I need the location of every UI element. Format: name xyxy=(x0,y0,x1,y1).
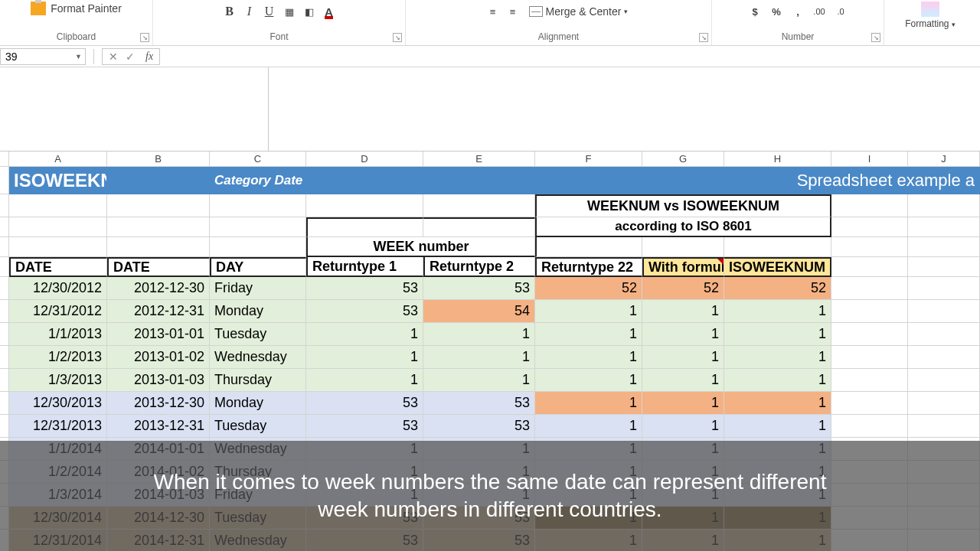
cell[interactable]: 2013-01-03 xyxy=(107,369,210,392)
cell[interactable]: 1 xyxy=(642,415,724,438)
cell[interactable] xyxy=(831,257,908,277)
cell[interactable] xyxy=(908,277,980,300)
cell[interactable]: 1 xyxy=(306,323,423,346)
cell-category[interactable]: Category Date xyxy=(210,167,306,194)
cell[interactable]: 12/30/2013 xyxy=(9,392,107,415)
cell[interactable]: 2013-12-31 xyxy=(107,415,210,438)
cell[interactable] xyxy=(535,237,642,257)
cell-header-isoweeknum[interactable]: ISOWEEKNUM xyxy=(724,257,831,277)
dialog-launcher-clipboard[interactable]: ↘ xyxy=(140,33,149,42)
cell[interactable] xyxy=(908,194,980,217)
cell[interactable]: 53 xyxy=(423,415,535,438)
col-header-B[interactable]: B xyxy=(107,152,210,167)
col-header-G[interactable]: G xyxy=(642,152,724,167)
cell[interactable]: 53 xyxy=(306,415,423,438)
cell[interactable] xyxy=(9,217,107,237)
cell[interactable]: 1 xyxy=(724,323,831,346)
cell[interactable]: 1 xyxy=(724,415,831,438)
border-button[interactable]: ▦ xyxy=(281,3,298,20)
cell-header-rt1[interactable]: Returntype 1 xyxy=(306,257,423,277)
cell[interactable]: 54 xyxy=(423,300,535,323)
cell[interactable] xyxy=(831,346,908,369)
col-header-J[interactable]: J xyxy=(908,152,980,167)
cell[interactable]: 1 xyxy=(306,346,423,369)
cell[interactable] xyxy=(423,194,535,217)
cell[interactable]: 2012-12-30 xyxy=(107,277,210,300)
cell[interactable] xyxy=(831,237,908,257)
cell[interactable]: 1 xyxy=(642,300,724,323)
name-box[interactable]: 39 ▼ xyxy=(0,48,86,65)
cell[interactable]: 1 xyxy=(535,369,642,392)
cell[interactable] xyxy=(908,415,980,438)
cell[interactable] xyxy=(107,217,210,237)
cell[interactable]: 1 xyxy=(423,369,535,392)
cell[interactable] xyxy=(306,217,423,237)
cell-spreadsheet-title[interactable]: Spreadsheet example a xyxy=(642,167,980,194)
cell[interactable] xyxy=(210,217,306,237)
cell-header-day[interactable]: DAY xyxy=(210,257,306,277)
cell[interactable] xyxy=(306,167,423,194)
col-header-F[interactable]: F xyxy=(535,152,642,167)
cell[interactable]: 53 xyxy=(423,392,535,415)
align-middle-button[interactable]: ≡ xyxy=(505,3,521,20)
underline-button[interactable]: U xyxy=(261,3,278,20)
cell-header-date1[interactable]: DATE xyxy=(9,257,107,277)
cell[interactable] xyxy=(831,194,908,217)
cell[interactable] xyxy=(831,415,908,438)
dialog-launcher-number[interactable]: ↘ xyxy=(871,33,880,42)
conditional-formatting-button[interactable]: Formatting ▾ xyxy=(905,0,956,29)
cell[interactable]: 12/31/2013 xyxy=(9,415,107,438)
col-header-C[interactable]: C xyxy=(210,152,306,167)
cell-header-rt22[interactable]: Returntype 22 xyxy=(535,257,642,277)
cell[interactable] xyxy=(908,369,980,392)
cell[interactable]: 1 xyxy=(535,323,642,346)
cell-header-weeknumber[interactable]: WEEK number xyxy=(306,237,535,257)
chevron-down-icon[interactable]: ▼ xyxy=(75,53,82,60)
comma-button[interactable]: , xyxy=(789,3,806,20)
cell[interactable]: 1 xyxy=(724,369,831,392)
cell[interactable]: 12/30/2012 xyxy=(9,277,107,300)
cell[interactable] xyxy=(423,217,535,237)
cell[interactable]: Monday xyxy=(210,392,306,415)
cell[interactable]: Friday xyxy=(210,277,306,300)
bold-button[interactable]: B xyxy=(221,3,238,20)
cell[interactable] xyxy=(306,194,423,217)
cell[interactable]: 1 xyxy=(724,300,831,323)
merge-center-button[interactable]: Merge & Center ▾ xyxy=(524,4,633,19)
cell[interactable] xyxy=(831,323,908,346)
cancel-formula-button[interactable]: ✕ xyxy=(109,51,118,63)
cell-header-weeknum-vs[interactable]: WEEKNUM vs ISOWEEKNUM xyxy=(535,194,831,217)
cell[interactable] xyxy=(908,217,980,237)
decrease-decimal-button[interactable]: .0 xyxy=(832,3,849,20)
cell[interactable] xyxy=(423,167,535,194)
cell[interactable] xyxy=(831,277,908,300)
cell[interactable]: 1/1/2013 xyxy=(9,323,107,346)
cell[interactable] xyxy=(210,194,306,217)
cell[interactable] xyxy=(9,194,107,217)
font-color-button[interactable]: A xyxy=(321,3,338,20)
cell[interactable] xyxy=(724,237,831,257)
cell[interactable] xyxy=(210,237,306,257)
cell[interactable] xyxy=(831,217,908,237)
cell[interactable]: Thursday xyxy=(210,369,306,392)
cell[interactable]: Tuesday xyxy=(210,415,306,438)
cell[interactable] xyxy=(831,392,908,415)
cell[interactable]: Tuesday xyxy=(210,323,306,346)
formula-input[interactable] xyxy=(168,48,980,65)
cell-header-date2[interactable]: DATE xyxy=(107,257,210,277)
cell[interactable]: 53 xyxy=(306,300,423,323)
cell[interactable]: 1/3/2013 xyxy=(9,369,107,392)
cell[interactable]: 1/2/2013 xyxy=(9,346,107,369)
cell[interactable]: 1 xyxy=(535,346,642,369)
cell[interactable]: 2013-01-01 xyxy=(107,323,210,346)
cell[interactable] xyxy=(107,167,210,194)
cell[interactable]: 52 xyxy=(724,277,831,300)
cell[interactable]: 53 xyxy=(306,392,423,415)
cell[interactable]: 1 xyxy=(642,323,724,346)
cell[interactable]: 1 xyxy=(642,392,724,415)
align-top-button[interactable]: ≡ xyxy=(485,3,501,20)
fill-color-button[interactable]: ◧ xyxy=(301,3,318,20)
fx-button[interactable]: fx xyxy=(145,51,153,63)
cell-header-according[interactable]: according to ISO 8601 xyxy=(535,217,831,237)
col-header-A[interactable]: A xyxy=(9,152,107,167)
